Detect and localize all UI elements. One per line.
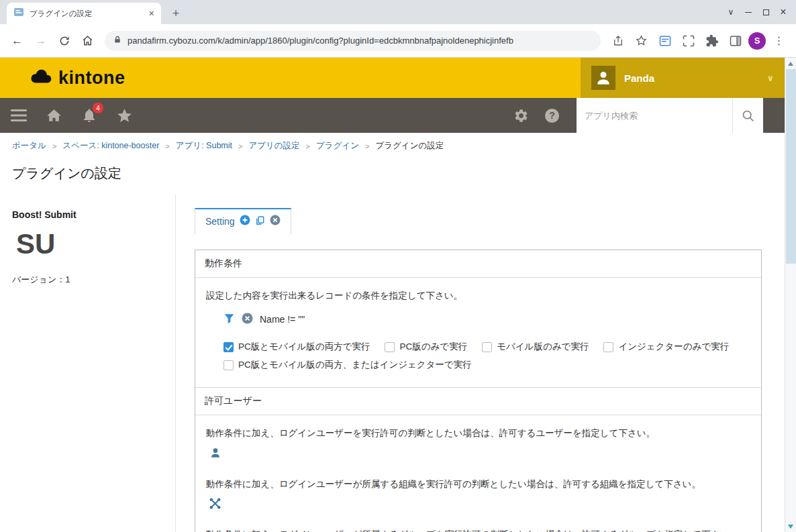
window-controls [722,0,792,24]
kintone-logo-text: kintone [58,68,126,89]
browser-profile-avatar[interactable]: S [748,32,766,50]
breadcrumb-current: プラグインの設定 [375,140,444,152]
tab-title: プラグインの設定 [30,9,144,19]
browser-window: プラグインの設定 pandafirm.cybozu.com/k/admin/ap… [0,0,796,532]
scrollbar-down-arrow[interactable] [785,521,796,532]
forward-button[interactable] [30,30,51,51]
run-mode-checkbox-row: PC版とモバイル版の両方で実行 PC版のみで実行 モバイル版のみで実行 [223,341,750,353]
tab-setting[interactable]: Setting [195,208,291,235]
breadcrumb-separator: > [306,142,310,150]
allowed-orgs-row: 動作条件に加え、ログインユーザーが所属する組織を実行許可の判断としたい場合は、許… [206,478,750,522]
url-text: pandafirm.cybozu.com/k/admin/app/1860/pl… [128,36,513,46]
extensions-puzzle-icon[interactable] [701,30,722,51]
allowed-users-row: 動作条件に加え、ログインユーザーを実行許可の判断としたい場合は、許可するユーザー… [206,427,750,472]
address-bar[interactable]: pandafirm.cybozu.com/k/admin/app/1860/pl… [105,31,601,51]
checkbox-label: PC版とモバイル版の両方、またはインジェクターで実行 [238,359,472,371]
breadcrumb-plugin[interactable]: プラグイン [316,140,359,152]
page-title: プラグインの設定 [0,155,785,195]
users-section-header: 許可ユーザー [195,387,761,415]
settings-gear-icon[interactable] [513,108,529,123]
checkbox-box[interactable] [482,342,492,352]
browser-toolbar: pandafirm.cybozu.com/k/admin/app/1860/pl… [0,24,796,58]
breadcrumb-portal[interactable]: ポータル [12,140,46,152]
tab-favicon-icon [13,7,24,20]
breadcrumb-separator: > [365,142,369,150]
bookmark-star-icon[interactable] [631,30,652,51]
page-scrollbar[interactable] [785,58,796,532]
users-section-body: 動作条件に加え、ログインユーザーを実行許可の判断としたい場合は、許可するユーザー… [195,415,761,532]
reading-list-extension-icon[interactable] [654,30,675,51]
checkbox-run-mobile-only[interactable]: モバイル版のみで実行 [482,341,589,353]
checkbox-label: PC版とモバイル版の両方で実行 [238,341,370,353]
global-navigation: 4 [0,98,785,133]
filter-expression: Name != "" [260,314,305,325]
checkbox-run-pc-only[interactable]: PC版のみで実行 [385,341,467,353]
side-panel-icon[interactable] [725,30,746,51]
checkbox-run-pc-and-mobile[interactable]: PC版とモバイル版の両方で実行 [223,341,370,353]
content-area: Boost! Submit SU バージョン：1 Setting 動作条件 [0,195,785,532]
condition-section-header: 動作条件 [195,250,761,278]
checkbox-box[interactable] [223,360,234,370]
favorites-star-icon[interactable] [116,107,133,124]
select-organization-icon[interactable] [209,497,221,510]
checkbox-label: インジェクターのみで実行 [618,341,729,353]
plugin-icon: SU [12,228,163,260]
checkbox-box[interactable] [223,342,234,352]
breadcrumb-app[interactable]: アプリ: Submit [176,140,232,152]
notifications-bell-icon[interactable]: 4 [81,107,97,123]
scrollbar-thumb[interactable] [786,69,796,264]
select-user-icon[interactable] [209,446,222,460]
filter-clear-icon[interactable] [242,313,253,326]
app-search-input[interactable] [577,98,732,133]
filter-condition-row: Name != "" [223,313,750,326]
tab-search-chevron-icon[interactable] [722,0,740,24]
allowed-groups-row: 動作条件に加え、ログインユーザーが所属するグループを実行許可の判断としたい場合は… [206,529,750,532]
checkbox-run-both-or-injector[interactable]: PC版とモバイル版の両方、またはインジェクターで実行 [223,359,472,371]
add-tab-icon[interactable] [240,215,250,228]
tab-close-icon[interactable] [149,7,154,19]
screen-capture-extension-icon[interactable] [678,30,699,51]
checkbox-label: モバイル版のみで実行 [497,341,589,353]
reload-button[interactable] [54,30,74,51]
help-icon[interactable] [545,109,559,123]
search-submit-button[interactable] [732,98,763,133]
browser-menu-icon[interactable] [768,30,789,51]
notification-badge: 4 [93,103,103,113]
plugin-name: Boost! Submit [12,209,163,220]
run-mode-checkbox-row-2: PC版とモバイル版の両方、またはインジェクターで実行 [223,359,750,371]
breadcrumb-space[interactable]: スペース: kintone-booster [62,140,159,152]
user-name: Panda [624,72,758,84]
window-minimize-button[interactable] [740,0,757,24]
checkbox-box[interactable] [385,342,395,352]
share-icon[interactable] [607,30,628,51]
portal-home-icon[interactable] [46,107,62,124]
allowed-groups-description: 動作条件に加え、ログインユーザーが所属するグループを実行許可の判断としたい場合は… [206,529,750,532]
allowed-orgs-description: 動作条件に加え、ログインユーザーが所属する組織を実行許可の判断としたい場合は、許… [206,478,750,490]
kintone-logo[interactable]: kintone [28,68,126,89]
browser-tab[interactable]: プラグインの設定 [7,3,161,24]
user-menu-chevron-icon [766,72,774,84]
plugin-version: バージョン：1 [12,274,163,286]
checkbox-box[interactable] [603,342,613,352]
breadcrumb-separator: > [165,142,169,150]
user-menu[interactable]: Panda [581,58,785,98]
hamburger-menu-icon[interactable] [11,109,27,121]
checkbox-run-injector-only[interactable]: インジェクターのみで実行 [603,341,729,353]
plugin-sidebar: Boost! Submit SU バージョン：1 [0,195,176,532]
breadcrumb-app-settings[interactable]: アプリの設定 [248,140,299,152]
scrollbar-up-arrow[interactable] [785,58,796,69]
plugin-config-box: 動作条件 設定した内容を実行出来るレコードの条件を指定して下さい。 Name !… [195,250,762,532]
condition-section-body: 設定した内容を実行出来るレコードの条件を指定して下さい。 Name != "" [195,278,761,387]
lock-icon[interactable] [113,35,121,47]
back-button[interactable] [7,30,28,51]
filter-funnel-icon[interactable] [223,313,235,326]
window-maximize-button[interactable] [757,0,775,24]
delete-tab-icon[interactable] [270,215,281,228]
kintone-cloud-icon [28,68,54,87]
plugin-config-main: Setting 動作条件 設定した内容を実行出来るレコードの条件を指定して下さい… [176,195,785,532]
copy-tab-icon[interactable] [255,215,265,228]
home-button[interactable] [77,30,98,51]
window-close-button[interactable] [775,0,792,24]
new-tab-button[interactable] [166,4,185,23]
gnav-right-area [513,98,785,133]
